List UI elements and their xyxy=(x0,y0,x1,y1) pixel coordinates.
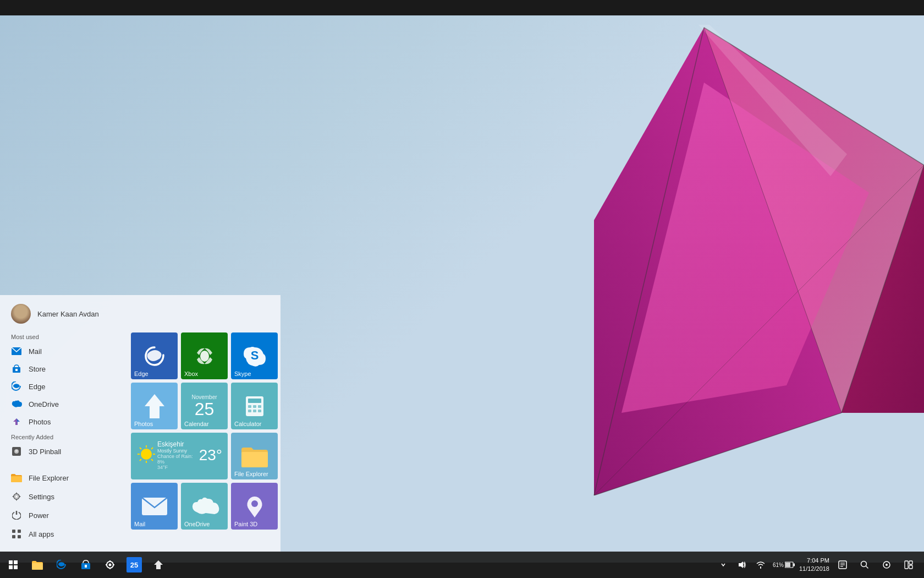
desktop-wallpaper-art xyxy=(429,0,924,495)
svg-rect-79 xyxy=(909,561,912,564)
svg-rect-78 xyxy=(905,561,908,569)
tile-label-photos: Photos xyxy=(131,418,178,429)
app-item-power[interactable]: Power xyxy=(4,506,122,524)
tile-label-skype: Skype xyxy=(231,368,278,379)
svg-point-74 xyxy=(861,561,867,567)
tile-fileexplorer[interactable]: File Explorer xyxy=(231,433,278,479)
svg-point-51 xyxy=(251,500,258,507)
tile-photos[interactable]: Photos xyxy=(131,383,178,429)
battery-percent: 61% xyxy=(773,562,784,568)
most-used-label: Most used xyxy=(4,330,122,342)
taskbar-photos[interactable] xyxy=(147,554,169,576)
tile-weather[interactable]: Eskişehir Mostly Sunny Chance of Rain: 8… xyxy=(131,433,228,479)
store-icon xyxy=(11,363,22,374)
svg-line-48 xyxy=(140,459,141,461)
svg-rect-68 xyxy=(793,564,794,566)
app-label-edge: Edge xyxy=(29,383,45,391)
app-label-allapps: All apps xyxy=(29,530,54,538)
weather-desc: Mostly Sunny xyxy=(157,448,199,454)
app-label-photos: Photos xyxy=(29,418,51,426)
notification-icon[interactable] xyxy=(834,554,851,576)
svg-rect-80 xyxy=(909,565,912,569)
svg-rect-20 xyxy=(11,476,22,482)
tile-edge[interactable]: Edge xyxy=(131,332,178,379)
tiles-row-4: Mail OneDrive xyxy=(131,483,278,530)
tiles-row-2: Photos November 25 Calendar xyxy=(131,383,278,429)
top-bar xyxy=(0,0,924,15)
app-item-allapps[interactable]: All apps xyxy=(4,525,122,543)
app-item-photos[interactable]: Photos xyxy=(4,413,122,430)
user-profile[interactable]: Kamer Kaan Avdan xyxy=(0,295,280,330)
weather-city: Eskişehir xyxy=(157,440,199,448)
tile-label-paint3d: Paint 3D xyxy=(231,519,278,530)
taskbar-settings[interactable] xyxy=(99,554,121,576)
svg-rect-34 xyxy=(248,405,251,408)
tile-calculator[interactable]: Calculator xyxy=(231,383,278,429)
edge-small-icon xyxy=(11,381,22,392)
app-label-3dpinball: 3D Pinball xyxy=(29,448,61,456)
taskview-icon[interactable] xyxy=(900,554,917,576)
svg-rect-25 xyxy=(18,530,21,533)
svg-rect-27 xyxy=(18,535,21,538)
app-label-power: Power xyxy=(29,511,49,520)
svg-rect-13 xyxy=(15,369,18,371)
tile-label-calendar: Calendar xyxy=(181,418,228,429)
svg-rect-39 xyxy=(258,410,261,412)
bottom-items: File Explorer xyxy=(4,460,122,543)
tile-mail[interactable]: Mail xyxy=(131,483,178,530)
app-item-onedrive[interactable]: OneDrive xyxy=(4,395,122,413)
settings-icon xyxy=(11,491,22,502)
tile-xbox[interactable]: Xbox xyxy=(181,332,228,379)
avatar xyxy=(11,304,31,324)
svg-marker-31 xyxy=(145,394,164,418)
tile-skype[interactable]: S Skype xyxy=(231,332,278,379)
folder-icon xyxy=(11,472,22,483)
search-taskbar-icon[interactable] xyxy=(856,554,873,576)
allapps-icon xyxy=(11,528,22,539)
tile-onedrive[interactable]: OneDrive xyxy=(181,483,228,530)
tray-battery[interactable]: 61% xyxy=(773,554,795,576)
clock[interactable]: 7:04 PM 11/12/2018 xyxy=(799,557,829,574)
svg-line-47 xyxy=(151,448,153,449)
calendar-date: 25 xyxy=(195,400,215,418)
svg-rect-24 xyxy=(12,530,15,533)
app-item-edge[interactable]: Edge xyxy=(4,378,122,395)
tile-label-onedrive: OneDrive xyxy=(181,519,228,530)
svg-rect-52 xyxy=(9,560,13,564)
start-button[interactable] xyxy=(2,554,24,576)
tile-calendar[interactable]: November 25 Calendar xyxy=(181,383,228,429)
taskbar-store[interactable] xyxy=(75,554,97,576)
start-menu: Kamer Kaan Avdan Most used Mail xyxy=(0,295,280,552)
app-item-3dpinball[interactable]: 3D Pinball xyxy=(4,443,122,460)
svg-marker-66 xyxy=(739,561,743,568)
svg-rect-58 xyxy=(85,565,87,568)
clock-date: 11/12/2018 xyxy=(799,565,829,573)
svg-rect-54 xyxy=(9,565,13,569)
taskbar-edge[interactable] xyxy=(51,554,73,576)
app-item-mail[interactable]: Mail xyxy=(4,342,122,360)
app-item-fileexplorer[interactable]: File Explorer xyxy=(4,469,122,487)
app-item-settings[interactable]: Settings xyxy=(4,488,122,505)
taskbar: 25 xyxy=(0,552,924,578)
tray-chevron[interactable] xyxy=(717,554,730,576)
svg-point-40 xyxy=(141,449,152,460)
svg-line-75 xyxy=(866,566,868,569)
tile-label-mail: Mail xyxy=(131,519,178,530)
svg-rect-26 xyxy=(12,535,15,538)
tile-paint3d[interactable]: Paint 3D xyxy=(231,483,278,530)
taskbar-calendar[interactable]: 25 xyxy=(123,554,145,576)
app-item-store[interactable]: Store xyxy=(4,360,122,378)
taskbar-right: 61% 7:04 PM 11/12/2018 xyxy=(717,554,924,576)
tile-label-weather xyxy=(131,477,138,479)
tile-label-fileexplorer: File Explorer xyxy=(231,468,278,479)
svg-rect-56 xyxy=(32,563,43,570)
tile-label-xbox: Xbox xyxy=(181,368,228,379)
weather-lowtemp: 34°F xyxy=(157,465,199,470)
taskbar-fileexplorer[interactable] xyxy=(26,554,48,576)
power-icon xyxy=(11,510,22,521)
onedrive-small-icon xyxy=(11,399,22,410)
tray-volume[interactable] xyxy=(735,554,749,576)
tray-wifi[interactable] xyxy=(754,554,767,576)
svg-rect-36 xyxy=(258,405,261,408)
cortana-icon[interactable] xyxy=(878,554,895,576)
